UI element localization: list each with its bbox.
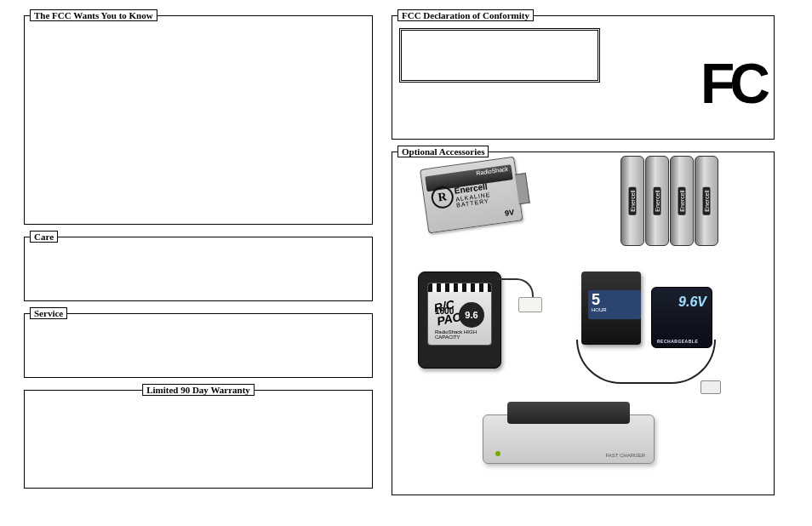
cord-icon [576,340,716,384]
voltage-badge: 9.6 [459,302,484,328]
charger-slot-icon [507,402,630,424]
voltage-label: 9.6V [678,294,706,310]
section-fcc-declaration: FCC Declaration of Conformity FC [392,15,775,140]
voltage-label: 9V [504,203,515,218]
accessories-area: RadioShack R Enercell ALKALINE BATTERY 9… [399,161,767,476]
right-column: FCC Declaration of Conformity FC Optiona… [392,15,775,507]
fcc-logo-icon: FC [700,55,765,111]
brand-label: Enercell [703,186,711,214]
accessory-9v-battery: RadioShack R Enercell ALKALINE BATTERY 9… [420,153,549,251]
aa-cell: Enercell [695,156,718,246]
section-title: The FCC Wants You to Know [30,9,157,21]
page-root: The FCC Wants You to Know Care Service L… [0,0,812,516]
brand-label: Enercell [629,186,637,214]
capacity-label: 1600 [435,306,454,316]
left-column: The FCC Wants You to Know Care Service L… [24,15,373,507]
accessory-rc-battery-pack: R/C PACK 9.6 1600 RadioShack HIGH CAPACI… [418,272,517,374]
aa-cell: Enercell [645,156,669,246]
section-warranty: Limited 90 Day Warranty [24,390,373,489]
accessory-5hr-charger: 5 HOUR 9.6V RECHARGEABLE [559,272,712,391]
section-service: Service [24,313,373,378]
fcc-declaration-inner-frame [399,28,600,83]
section-body [31,399,365,408]
charger-hours-label: 5 HOUR [588,290,641,319]
status-led-icon [495,451,500,456]
aa-cell: Enercell [670,156,694,246]
aa-cell: Enercell [620,156,644,246]
section-title: Optional Accessories [397,146,489,157]
accessory-aa-batteries: Enercell Enercell Enercell Enercell [620,156,718,246]
section-body [31,25,365,33]
section-optional-accessories: Optional Accessories RadioShack R Enerce… [392,152,775,495]
section-body [31,323,365,331]
section-title: Limited 90 Day Warranty [142,384,254,396]
section-care: Care [24,237,373,301]
plug-icon [700,380,721,394]
brand-label: RadioShack HIGH CAPACITY [435,329,491,340]
section-title: Care [30,231,58,243]
section-fcc-know: The FCC Wants You to Know [24,15,373,225]
section-body [31,246,365,254]
brand-label: Enercell [678,186,686,214]
section-title: FCC Declaration of Conformity [397,9,534,21]
accessory-fast-charger-dock: FAST CHARGER [483,399,670,474]
section-title: Service [30,307,67,319]
battery-terminals-icon [515,173,530,204]
brand-label: Enercell [654,186,661,214]
dock-brand-label: FAST CHARGER [605,453,645,458]
connector-icon [518,297,542,312]
